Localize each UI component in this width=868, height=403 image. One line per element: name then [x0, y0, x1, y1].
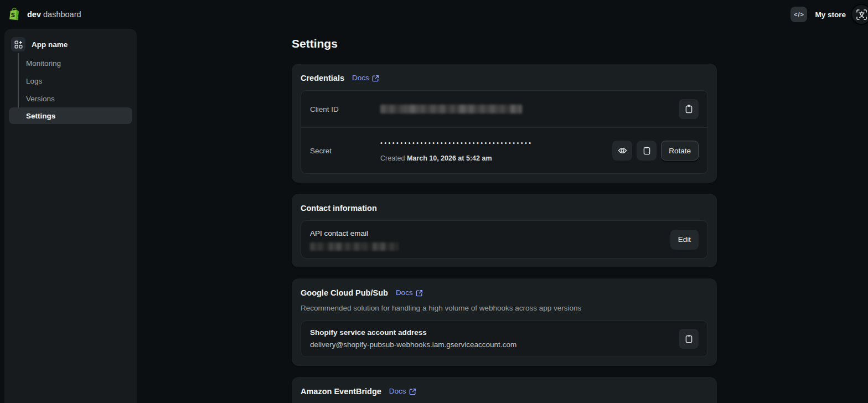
credentials-title: Credentials	[301, 73, 344, 84]
pubsub-description: Recommended solution for handling a high…	[301, 303, 708, 314]
client-id-value-redacted	[380, 105, 522, 113]
rotate-secret-button[interactable]: Rotate	[661, 141, 699, 161]
service-account-label: Shopify service account address	[310, 327, 679, 338]
main-content: Settings Credentials Docs Client ID	[292, 29, 717, 403]
reveal-secret-button[interactable]	[612, 141, 632, 161]
sidebar-item-settings[interactable]: Settings	[9, 107, 132, 124]
pubsub-panel: Shopify service account address delivery…	[301, 321, 708, 357]
sidebar-item-app-name[interactable]: App name	[11, 37, 130, 52]
brand-title: dev dashboard	[27, 10, 81, 19]
nav-item-label: Settings	[26, 112, 55, 120]
code-icon: </>	[794, 11, 804, 18]
api-contact-email-label: API contact email	[310, 228, 670, 239]
eventbridge-title: Amazon EventBridge	[301, 386, 381, 397]
contact-panel: API contact email Edit	[301, 220, 708, 259]
client-id-row: Client ID	[301, 91, 707, 127]
credentials-card: Credentials Docs Client ID	[292, 64, 717, 183]
clipboard-icon	[685, 334, 693, 343]
sidebar-item-monitoring[interactable]: Monitoring	[11, 54, 130, 72]
dev-code-button[interactable]: </>	[790, 7, 807, 22]
client-id-label: Client ID	[310, 105, 380, 113]
docs-link-label: Docs	[352, 73, 369, 84]
credentials-panel: Client ID	[301, 90, 708, 174]
sidebar-item-logs[interactable]: Logs	[11, 72, 130, 90]
translate-icon[interactable]	[852, 5, 868, 24]
credentials-docs-link[interactable]: Docs	[352, 73, 379, 84]
brand: S dev dashboard	[7, 7, 81, 22]
pubsub-docs-link[interactable]: Docs	[396, 287, 423, 298]
copy-secret-button[interactable]	[637, 141, 657, 161]
secret-masked-value: ••••••••••••••••••••••••••••••••••••••	[380, 140, 612, 146]
contact-title: Contact information	[301, 203, 377, 214]
api-contact-email-redacted	[310, 242, 399, 251]
store-name-label[interactable]: My store	[815, 11, 846, 19]
secret-label: Secret	[310, 147, 380, 155]
edit-email-button[interactable]: Edit	[670, 230, 699, 250]
nav-item-label: Logs	[26, 77, 42, 85]
secret-created-date: March 10, 2026 at 5:42 am	[407, 154, 492, 162]
external-link-icon	[372, 75, 379, 82]
secret-created-line: Created March 10, 2026 at 5:42 am	[380, 154, 612, 162]
clipboard-icon	[643, 146, 651, 155]
apps-icon	[11, 37, 25, 51]
pubsub-card: Google Cloud Pub/Sub Docs Recommended so…	[292, 278, 717, 366]
nav-item-label: Versions	[26, 95, 55, 103]
clipboard-icon	[685, 105, 693, 113]
external-link-icon	[416, 290, 423, 297]
sidebar: App name Monitoring Logs Versions Settin…	[4, 29, 137, 403]
page-title: Settings	[292, 36, 717, 51]
api-contact-email-row: API contact email Edit	[301, 221, 707, 258]
app-name-label: App name	[32, 40, 68, 49]
shopify-logo-icon: S	[7, 7, 22, 22]
eventbridge-docs-link[interactable]: Docs	[389, 386, 416, 397]
service-account-row: Shopify service account address delivery…	[301, 321, 707, 356]
service-account-value: delivery@shopify-pubsub-webhooks.iam.gse…	[310, 339, 679, 350]
nav-item-label: Monitoring	[26, 59, 61, 68]
docs-link-label: Docs	[389, 386, 406, 397]
pubsub-title: Google Cloud Pub/Sub	[301, 287, 388, 298]
docs-link-label: Docs	[396, 287, 413, 298]
sidebar-nav: Monitoring Logs Versions Settings	[11, 54, 130, 124]
top-bar: S dev dashboard </> My store	[0, 0, 868, 29]
secret-row: Secret •••••••••••••••••••••••••••••••••…	[301, 127, 707, 173]
eventbridge-card: Amazon EventBridge Docs	[292, 377, 717, 403]
sidebar-item-versions[interactable]: Versions	[11, 90, 130, 107]
contact-card: Contact information API contact email Ed…	[292, 194, 717, 267]
svg-text:S: S	[11, 12, 15, 19]
eye-icon	[618, 147, 627, 154]
copy-client-id-button[interactable]	[679, 99, 699, 119]
copy-service-account-button[interactable]	[679, 329, 699, 349]
external-link-icon	[409, 388, 416, 395]
